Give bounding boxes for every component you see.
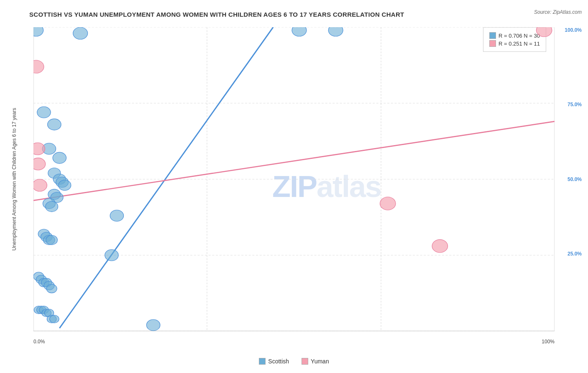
svg-point-51 xyxy=(33,179,47,192)
svg-point-27 xyxy=(46,201,58,212)
y-right-100: 100.0% xyxy=(565,27,582,33)
svg-point-19 xyxy=(53,152,66,164)
bottom-legend-scottish: Scottish xyxy=(259,358,289,365)
svg-point-23 xyxy=(59,180,71,191)
chart-svg xyxy=(33,27,555,331)
y-right-50: 50.0% xyxy=(568,176,582,182)
svg-line-10 xyxy=(59,27,273,328)
svg-point-32 xyxy=(46,235,57,245)
svg-point-54 xyxy=(536,27,552,37)
svg-point-46 xyxy=(50,315,59,323)
svg-point-53 xyxy=(432,240,447,253)
svg-point-50 xyxy=(33,158,46,170)
bottom-legend-box-scottish xyxy=(259,358,266,365)
bottom-legend-yuman: Yuman xyxy=(302,358,329,365)
chart-plot-area xyxy=(33,27,555,331)
svg-point-52 xyxy=(380,197,396,210)
svg-line-11 xyxy=(33,121,555,200)
svg-point-48 xyxy=(33,60,44,73)
bottom-legend-label-yuman: Yuman xyxy=(311,358,329,365)
y-axis-label: Unemployment Among Women with Children A… xyxy=(4,27,25,331)
chart-title: SCOTTISH VS YUMAN UNEMPLOYMENT AMONG WOM… xyxy=(4,8,584,19)
bottom-legend: Scottish Yuman xyxy=(0,358,588,365)
x-tick-0: 0.0% xyxy=(33,339,45,345)
bottom-legend-label-scottish: Scottish xyxy=(268,358,289,365)
chart-container: SCOTTISH VS YUMAN UNEMPLOYMENT AMONG WOM… xyxy=(0,0,588,373)
source-text: Source: ZipAtlas.com xyxy=(534,9,582,15)
svg-point-39 xyxy=(46,284,57,293)
svg-point-28 xyxy=(110,210,123,221)
y-axis-right-labels: 100.0% 75.0% 50.0% 25.0% 0 xyxy=(565,27,582,331)
svg-point-15 xyxy=(328,27,343,36)
y-right-25: 25.0% xyxy=(568,251,582,257)
x-tick-100: 100% xyxy=(542,339,555,345)
x-axis-labels: 0.0% 100% xyxy=(33,339,555,345)
svg-point-13 xyxy=(73,27,88,39)
svg-point-17 xyxy=(48,119,61,130)
y-right-75: 75.0% xyxy=(568,102,582,107)
svg-point-33 xyxy=(105,250,118,261)
bottom-legend-box-yuman xyxy=(302,358,308,365)
svg-point-12 xyxy=(33,27,43,36)
svg-point-14 xyxy=(292,27,307,36)
svg-point-47 xyxy=(146,319,160,331)
svg-point-49 xyxy=(33,143,45,155)
svg-point-16 xyxy=(37,107,51,118)
